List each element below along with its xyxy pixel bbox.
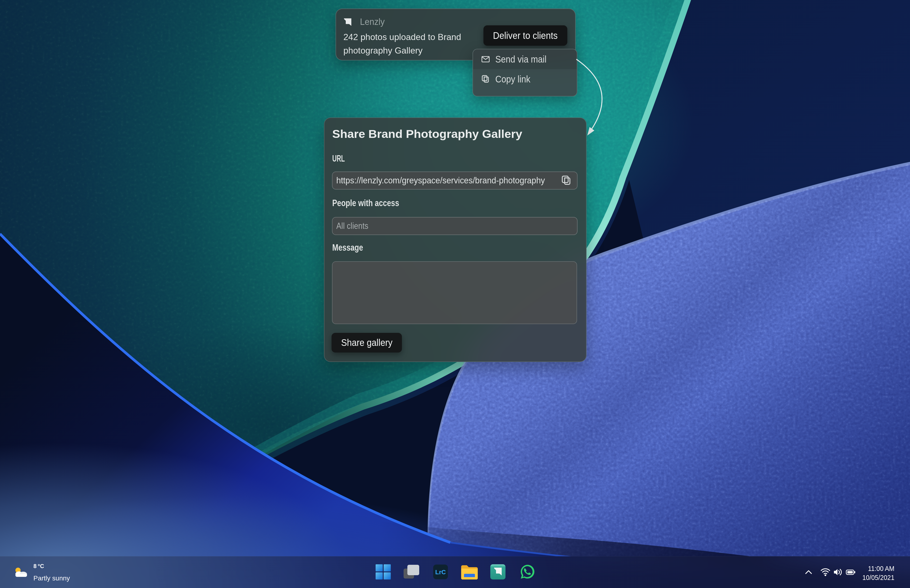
svg-text:LrC: LrC — [435, 569, 446, 576]
